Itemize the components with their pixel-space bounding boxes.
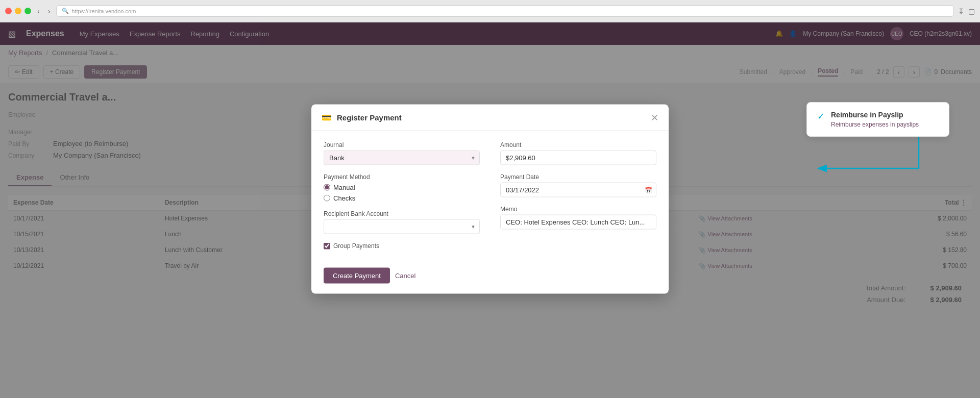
amount-group: Amount (500, 141, 656, 165)
modal-form: Journal Bank Cash Other ▼ Payment Method (324, 141, 656, 250)
modal-header: 💳 Register Payment ✕ (311, 105, 669, 131)
modal-close-button[interactable]: ✕ (651, 113, 658, 122)
create-payment-button[interactable]: Create Payment (324, 268, 390, 284)
address-bar[interactable]: 🔍 https://irenita.vendoo.com (56, 5, 954, 17)
close-window-button[interactable] (5, 8, 12, 14)
tooltip-description: Reimburse expenses in payslips (831, 121, 939, 128)
browser-actions: ↧ ▢ (958, 7, 975, 15)
back-button[interactable]: ‹ (35, 6, 42, 16)
amount-input[interactable] (500, 151, 656, 165)
tooltip-content: Reimburse in Payslip Reimburse expenses … (831, 111, 939, 128)
traffic-lights (5, 8, 31, 14)
date-input-wrapper: 📅 (500, 183, 656, 197)
payment-method-label: Payment Method (324, 173, 480, 181)
modal-footer: Create Payment Cancel (311, 260, 669, 294)
journal-group: Journal Bank Cash Other ▼ (324, 141, 480, 165)
journal-select-wrapper: Bank Cash Other ▼ (324, 151, 480, 165)
payment-date-label: Payment Date (500, 173, 656, 181)
payment-method-radio-group: Manual Checks (324, 184, 480, 202)
radio-manual-input[interactable] (324, 184, 330, 191)
browser-chrome: ‹ › 🔍 https://irenita.vendoo.com ↧ ▢ (0, 0, 980, 22)
group-payments-checkbox[interactable] (324, 242, 330, 249)
radio-checks[interactable]: Checks (324, 194, 480, 202)
group-payments-label[interactable]: Group Payments (333, 242, 379, 250)
maximize-window-button[interactable] (24, 8, 31, 14)
group-payments-row: Group Payments (324, 242, 480, 250)
payment-icon: 💳 (322, 113, 332, 122)
recipient-bank-input[interactable] (324, 219, 480, 234)
reimburse-tooltip: ✓ Reimburse in Payslip Reimburse expense… (806, 102, 949, 137)
amount-label: Amount (500, 141, 656, 148)
minimize-window-button[interactable] (15, 8, 21, 14)
payment-date-input[interactable] (500, 183, 656, 197)
cancel-button[interactable]: Cancel (395, 272, 415, 280)
journal-select[interactable]: Bank Cash Other (324, 151, 480, 165)
register-payment-modal: 💳 Register Payment ✕ Journal Bank Cash O… (311, 105, 669, 294)
check-icon: ✓ (817, 111, 825, 122)
journal-label: Journal (324, 141, 480, 148)
memo-input[interactable] (500, 215, 656, 230)
forward-button[interactable]: › (46, 6, 53, 16)
download-icon[interactable]: ↧ (958, 7, 964, 15)
payment-date-group: Payment Date 📅 (500, 173, 656, 197)
memo-group: Memo (500, 206, 656, 230)
modal-title: Register Payment (337, 113, 646, 122)
payment-method-group: Payment Method Manual Checks (324, 173, 480, 202)
sidebar-toggle-icon[interactable]: ▢ (968, 7, 975, 15)
recipient-wrapper: ▼ (324, 219, 480, 234)
recipient-bank-group: Recipient Bank Account ▼ (324, 210, 480, 234)
radio-manual-label: Manual (333, 184, 355, 191)
radio-manual[interactable]: Manual (324, 184, 480, 191)
radio-checks-input[interactable] (324, 195, 330, 202)
radio-checks-label: Checks (333, 194, 355, 202)
modal-body: Journal Bank Cash Other ▼ Payment Method (311, 131, 669, 260)
url-text: https://irenita.vendoo.com (71, 8, 136, 14)
tooltip-title: Reimburse in Payslip (831, 111, 939, 119)
memo-label: Memo (500, 206, 656, 213)
recipient-bank-label: Recipient Bank Account (324, 210, 480, 217)
